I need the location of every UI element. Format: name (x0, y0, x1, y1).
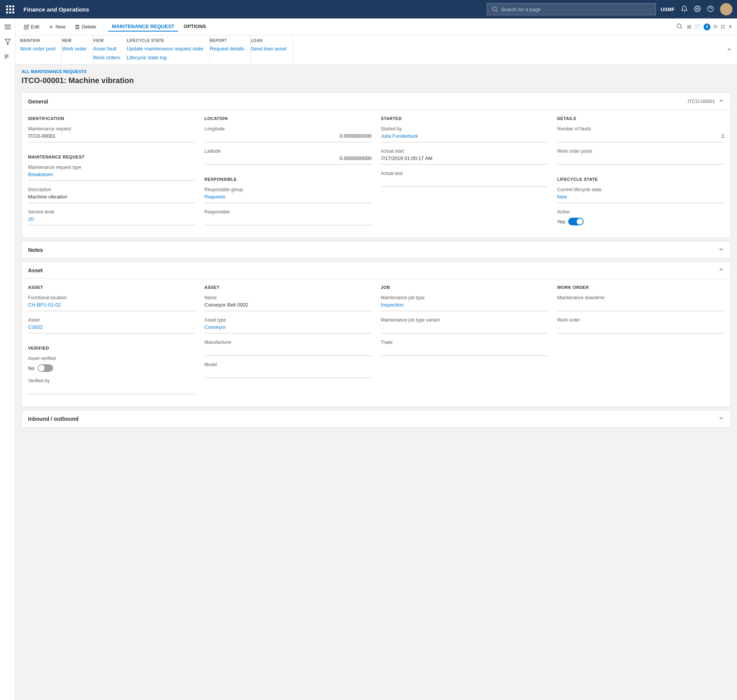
lifecycle-state-label: Current lifecycle state (557, 187, 724, 192)
ribbon-group-view-items: Asset fault Work orders (93, 45, 120, 61)
asset2-section-label: ASSET (205, 285, 372, 291)
asset-id-field: Asset C0002 (28, 317, 195, 333)
asset-verified-toggle-label: No (28, 365, 35, 371)
responsible-group-value[interactable]: Requests (205, 193, 372, 203)
functional-location-value[interactable]: CH-BP1-01-02 (28, 301, 195, 311)
asset-id-value[interactable]: C0002 (28, 323, 195, 333)
settings-icon[interactable] (694, 5, 701, 13)
general-collapse-button[interactable] (718, 98, 724, 105)
toolbar-icon-2[interactable]: 📄 (694, 24, 700, 30)
new-button[interactable]: New (45, 22, 69, 31)
app-grid-icon[interactable] (5, 4, 16, 15)
active-field: Active Yes (557, 209, 724, 225)
asset-type-value[interactable]: Conveyor (205, 323, 372, 333)
main-layout: Edit New Delete MAINTENANCE REQUEST OPTI… (0, 18, 737, 700)
number-of-faults-value[interactable]: 1 (557, 132, 724, 142)
started-by-label: Started by (381, 126, 548, 132)
search-icon (492, 6, 498, 12)
ribbon-item-work-orders[interactable]: Work orders (93, 54, 120, 61)
maintenance-job-type-variant-value[interactable] (381, 323, 548, 333)
ribbon-group-lifecycle-items: Update maintenance request state Lifecyc… (127, 45, 203, 61)
asset-name-value[interactable]: Conveyor Belt 0002 (205, 301, 372, 311)
maint-request-type-value[interactable]: Breakdown (28, 171, 195, 181)
latitude-value[interactable]: 0.0000000000 (205, 155, 372, 165)
details-section-label: DETAILS (557, 116, 724, 122)
notes-collapse-button[interactable] (718, 246, 724, 253)
general-card-id: ITCO-00001 (687, 98, 715, 104)
bell-icon[interactable] (681, 5, 688, 13)
ribbon-group-maintain-label: MAINTAIN (20, 38, 55, 43)
maintenance-downtime-field: Maintenance downtime (557, 295, 724, 311)
toolbar-icon-external[interactable]: ⊡ (721, 24, 725, 30)
description-label: Description (28, 187, 195, 192)
toolbar-icon-close[interactable]: ✕ (728, 24, 732, 30)
ribbon-collapse-button[interactable] (726, 46, 732, 53)
sidebar-icon-menu[interactable] (2, 22, 13, 33)
functional-location-field: Functional location CH-BP1-01-02 (28, 295, 195, 311)
svg-marker-8 (5, 39, 10, 45)
maintenance-request-value[interactable]: ITCO-00001 (28, 132, 195, 142)
search-bar[interactable]: Search for a page (487, 3, 656, 15)
page-title: ITCO-00001: Machine vibration (22, 76, 134, 85)
actual-end-field: Actual end (381, 171, 548, 187)
actual-end-value[interactable] (381, 177, 548, 187)
actual-start-value[interactable]: 7/17/2019 01:00:17 AM (381, 155, 548, 165)
toolbar-icon-refresh[interactable]: ↻ (714, 24, 718, 30)
asset-verified-toggle[interactable] (38, 364, 53, 372)
delete-button[interactable]: Delete (71, 22, 100, 31)
avatar[interactable] (720, 3, 732, 15)
maintenance-job-type-field: Maintenance job type Inspection (381, 295, 548, 311)
service-level-field: Service level 20 (28, 209, 195, 225)
ribbon-item-work-order[interactable]: Work order (62, 45, 87, 52)
service-level-value[interactable]: 20 (28, 215, 195, 225)
work-order-pools-value[interactable] (557, 155, 724, 165)
model-value[interactable] (205, 368, 372, 378)
responsible-value[interactable] (205, 215, 372, 225)
description-field: Description Machine vibration (28, 187, 195, 203)
inbound-outbound-card: Inbound / outbound (22, 410, 731, 427)
tab-options[interactable]: OPTIONS (180, 22, 210, 32)
longitude-value[interactable]: 0.0000000000 (205, 132, 372, 142)
work-order-pools-field: Work order pools (557, 148, 724, 165)
inbound-outbound-card-title: Inbound / outbound (28, 416, 78, 422)
maintenance-downtime-value[interactable] (557, 301, 724, 311)
ribbon-group-new-label: NEW (62, 38, 87, 43)
number-of-faults-label: Number of faults (557, 126, 724, 132)
started-by-value[interactable]: Julia Funderburk (381, 132, 548, 142)
breadcrumb[interactable]: ALL MAINTENANCE REQUESTS (22, 69, 731, 74)
ribbon-item-send-loan-asset[interactable]: Send loan asset (251, 45, 286, 52)
help-icon[interactable] (707, 5, 714, 13)
inbound-outbound-collapse-button[interactable] (718, 415, 724, 422)
toolbar-search-icon[interactable] (676, 23, 682, 30)
description-value[interactable]: Machine vibration (28, 193, 195, 203)
ribbon-item-work-order-pool[interactable]: Work order pool (20, 45, 55, 52)
work-order-value[interactable] (557, 323, 724, 333)
ribbon-item-lifecycle-log[interactable]: Lifecycle state log (127, 54, 203, 61)
maintenance-job-type-value[interactable]: Inspection (381, 301, 548, 311)
manufacturer-value[interactable] (205, 346, 372, 356)
asset-collapse-button[interactable] (718, 267, 724, 274)
svg-rect-12 (5, 58, 6, 59)
edit-button[interactable]: Edit (20, 22, 43, 31)
active-toggle[interactable] (568, 218, 584, 225)
ribbon-item-asset-fault[interactable]: Asset fault (93, 45, 120, 52)
responsible-section-label: RESPONSIBLE (205, 177, 372, 183)
toolbar-icon-1[interactable]: ⊞ (687, 24, 691, 30)
sidebar-icon-filter[interactable] (2, 37, 13, 48)
trade-value[interactable] (381, 346, 548, 356)
notes-card-header[interactable]: Notes (22, 242, 730, 258)
general-card-body: IDENTIFICATION Maintenance request ITCO-… (22, 110, 730, 238)
ribbon-item-request-details[interactable]: Request details (210, 45, 245, 52)
verified-by-value[interactable] (28, 384, 195, 394)
maint-request-type-field: Maintenance request type Breakdown (28, 165, 195, 181)
work-order-pools-label: Work order pools (557, 148, 724, 154)
ribbon-item-update-state[interactable]: Update maintenance request state (127, 45, 203, 52)
inbound-outbound-card-header[interactable]: Inbound / outbound (22, 410, 730, 427)
tab-maintenance-request[interactable]: MAINTENANCE REQUEST (108, 22, 178, 32)
lifecycle-state-value[interactable]: New (557, 193, 724, 203)
general-col-3: STARTED Started by Julia Funderburk Actu… (381, 116, 548, 232)
general-col-4: DETAILS Number of faults 1 Work order po… (557, 116, 724, 232)
sidebar-icon-list[interactable] (2, 52, 13, 63)
toolbar-icon-badge[interactable]: 0 (704, 23, 710, 30)
asset-verified-label: Asset verified (28, 356, 195, 361)
